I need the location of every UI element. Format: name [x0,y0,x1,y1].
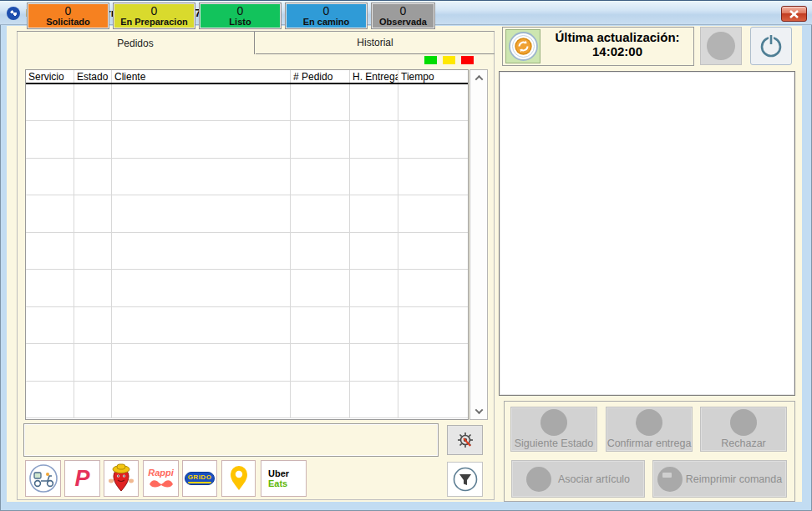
orders-table-header: Servicio Estado Cliente # Pedido H. Entr… [26,70,468,84]
table-cell [26,84,74,120]
scroll-down-button[interactable] [470,403,487,419]
close-button[interactable] [781,6,807,22]
pedidosya-icon: P [74,468,89,490]
table-cell [291,307,350,343]
platform-button-ubereats[interactable]: Uber Eats [261,460,307,497]
chevron-up-icon [475,75,483,83]
grido-logo-text: GRIDO [188,474,212,481]
legend-green-swatch [424,56,437,64]
en-camino-count: 0 [323,5,330,18]
table-row [26,84,468,121]
table-cell [112,382,291,417]
status-indicator-circle-icon [707,32,735,60]
table-cell [74,84,112,120]
siguiente-estado-icon [540,409,567,436]
table-cell [74,307,112,343]
column-header-entrega[interactable]: H. Entrega [350,70,398,83]
table-cell [291,270,350,306]
table-row [26,121,468,158]
filter-icon [452,466,479,493]
table-cell [398,382,468,417]
siguiente-estado-button[interactable]: Siguiente Estado [510,407,597,452]
status-button-solicitado[interactable]: 0 Solicitado [27,3,109,29]
table-row [26,159,468,195]
power-button[interactable] [750,27,792,65]
rechazar-icon [730,409,757,436]
printer-icon [657,467,683,492]
reimprimir-comanda-label: Reimprimir comanda [686,473,782,485]
table-cell [398,84,468,120]
column-header-servicio[interactable]: Servicio [26,70,74,83]
table-cell [398,195,468,231]
column-header-cliente[interactable]: Cliente [112,70,291,83]
column-header-estado[interactable]: Estado [74,70,112,83]
table-cell [398,121,468,157]
ubereats-logo-bottom: Eats [268,478,287,488]
table-cell [26,121,74,157]
listo-count: 0 [237,5,244,18]
table-cell [112,307,291,343]
table-cell [26,233,74,269]
table-cell [26,159,74,195]
observada-count: 0 [400,5,407,18]
en-camino-label: En camino [303,18,350,28]
time-legend [424,56,474,64]
asociar-articulo-button[interactable]: Asociar artículo [511,460,645,498]
table-scrollbar[interactable] [469,69,488,420]
table-cell [350,121,398,157]
grido-logo-underline [188,482,212,483]
app-icon [7,7,20,20]
table-cell [74,195,112,231]
table-cell [26,307,74,343]
table-cell [350,195,398,231]
power-icon [758,32,784,60]
status-button-en-preparacion[interactable]: 0 En Preparacion [113,3,195,29]
platform-button-scooter[interactable] [25,460,61,497]
table-cell [74,344,112,380]
orders-table-body [26,84,468,418]
close-icon [789,10,799,18]
grido-logo: GRIDO [185,472,216,485]
siguiente-estado-label: Siguiente Estado [515,438,594,449]
status-indicator-button[interactable] [700,27,742,65]
tab-pedidos[interactable]: Pedidos [17,32,255,54]
table-cell [291,121,350,157]
refresh-button[interactable] [505,29,540,63]
table-cell [398,270,468,306]
settings-button[interactable] [447,425,483,455]
table-cell [26,195,74,231]
table-cell [291,344,350,380]
table-cell [350,344,398,380]
table-cell [291,159,350,195]
table-cell [74,270,112,306]
status-button-en-camino[interactable]: 0 En camino [285,3,368,29]
reimprimir-comanda-button[interactable]: Reimprimir comanda [652,460,787,498]
rappi-logo-text: Rappi [148,468,174,478]
tab-historial[interactable]: Historial [256,32,495,54]
scroll-up-button[interactable] [470,70,487,86]
platform-button-pedidosya[interactable]: P [64,460,100,497]
pin-mascot-icon [107,463,135,494]
order-detail-list[interactable] [499,71,795,396]
pedidos-plataformas-window: Pedidos plataformas (Sucursal: 761) Pedi… [0,0,812,511]
rappi-mustache-icon [149,478,174,488]
status-button-listo[interactable]: 0 Listo [199,3,282,29]
platform-button-rappi[interactable]: Rappi [143,460,179,497]
platform-button-glovo[interactable] [221,460,256,497]
table-cell [112,121,291,157]
glovo-pin-icon [228,465,250,492]
status-button-observada[interactable]: 0 Observada [371,3,435,29]
column-header-tiempo[interactable]: Tiempo [398,70,468,83]
rechazar-button[interactable]: Rechazar [700,407,787,452]
gear-icon [455,430,475,450]
column-header-pedido[interactable]: # Pedido [291,70,350,83]
update-panel: Última actualización: 14:02:00 [502,27,694,66]
platform-button-grido[interactable]: GRIDO [182,460,217,497]
confirmar-entrega-label: Confirmar entrega [607,438,692,449]
asociar-articulo-label: Asociar artículo [558,473,630,485]
table-cell [112,270,291,306]
confirmar-entrega-button[interactable]: Confirmar entrega [606,407,693,452]
ubereats-logo-top: Uber [268,468,289,478]
platform-button-mascot[interactable] [104,460,139,497]
filter-button[interactable] [447,462,483,497]
